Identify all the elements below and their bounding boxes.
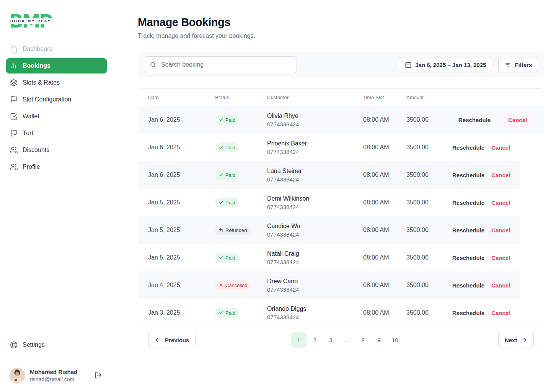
logout-icon <box>95 371 102 380</box>
booking-date: Jan 5, 2025 <box>148 227 215 234</box>
previous-page-button[interactable]: Previous <box>148 333 196 347</box>
sidebar-nav: Dashboard Bookings Slots & Rates Slot Co… <box>0 36 113 175</box>
users-icon <box>10 163 18 171</box>
time-slot: 08:00 AM <box>363 144 406 151</box>
layers-icon <box>10 79 18 87</box>
table-header: Date Status Customer Time Slot Amount <box>138 89 544 106</box>
sidebar-item-dashboard[interactable]: Dashboard <box>6 41 107 57</box>
customer-phone: 0774338424 <box>267 149 363 155</box>
status-badge: Paid <box>215 142 239 152</box>
customer-name: Demi Wilkinson <box>267 195 363 202</box>
page-button-8[interactable]: 8 <box>355 332 371 348</box>
table-body: Jan 6, 2025 Paid Olivia Rhye 0774338424 … <box>138 106 544 327</box>
cancel-button[interactable]: Cancel <box>491 227 510 234</box>
page-button-1[interactable]: 1 <box>291 332 306 348</box>
customer-name: Olivia Rhye <box>267 113 363 119</box>
customer-name: Phoenix Baker <box>267 140 363 147</box>
status-badge: Paid <box>215 170 239 180</box>
time-slot: 08:00 AM <box>363 172 406 178</box>
filters-button[interactable]: Filters <box>498 57 538 72</box>
sidebar: BMP BOOK MY PLAY Dashboard Bookings Slot… <box>0 0 113 392</box>
page-button-10[interactable]: 10 <box>388 332 403 348</box>
check-icon <box>219 118 223 122</box>
bookings-table: Date Status Customer Time Slot Amount Ja… <box>138 88 544 353</box>
sidebar-item-wallet[interactable]: Wallet <box>6 109 107 124</box>
amount: 3500.00 <box>406 282 452 289</box>
arrow-right-icon <box>520 336 527 343</box>
check-icon <box>219 200 223 205</box>
status-badge: Paid <box>215 115 239 125</box>
sidebar-item-settings[interactable]: Settings <box>6 337 107 353</box>
reschedule-button[interactable]: Reschedule <box>452 172 484 178</box>
sidebar-item-label: Profile <box>23 163 40 170</box>
column-header-date: Date <box>148 95 215 100</box>
reschedule-button[interactable]: Reschedule <box>458 117 491 123</box>
column-header-time-slot: Time Slot <box>363 95 406 100</box>
table-row: Jan 5, 2025 Paid Demi Wilkinson 07743384… <box>138 189 544 216</box>
status-badge: Paid <box>215 198 239 207</box>
logout-button[interactable] <box>93 370 104 382</box>
cancel-button[interactable]: Cancel <box>491 255 510 261</box>
table-row: Jan 4, 2025 Cancelled Drew Cano 07743384… <box>138 271 544 299</box>
page-subtitle: Track, manage and forecast your bookings… <box>138 33 544 39</box>
sidebar-item-turf[interactable]: Turf <box>6 126 107 141</box>
search-icon <box>150 61 156 68</box>
status-label: Paid <box>225 172 235 178</box>
cancel-button[interactable]: Cancel <box>491 282 510 289</box>
booking-date: Jan 5, 2025 <box>148 254 215 261</box>
sidebar-item-label: Discounts <box>23 147 49 154</box>
sidebar-item-label: Bookings <box>23 62 51 69</box>
page-numbers: 123...8910 <box>196 332 498 348</box>
page-button-2[interactable]: 2 <box>307 332 323 348</box>
reschedule-button[interactable]: Reschedule <box>452 310 484 316</box>
sidebar-item-bookings[interactable]: Bookings <box>6 58 107 74</box>
sidebar-item-discounts[interactable]: Discounts <box>6 142 107 158</box>
amount: 3500.00 <box>406 199 452 206</box>
user-profile: Mohamed Rishad rishad@gmail.com <box>6 368 107 384</box>
reschedule-button[interactable]: Reschedule <box>452 144 484 151</box>
search-input[interactable] <box>160 61 291 69</box>
customer-phone: 0774338424 <box>267 121 363 127</box>
cancel-button[interactable]: Cancel <box>491 310 510 316</box>
cancel-button[interactable]: Cancel <box>491 199 510 206</box>
customer-phone: 0774338424 <box>267 231 363 238</box>
calendar-icon <box>405 61 412 68</box>
flag-icon <box>10 96 18 103</box>
time-slot: 08:00 AM <box>363 309 406 316</box>
search-box <box>144 56 297 73</box>
next-page-button[interactable]: Next <box>498 333 534 347</box>
sidebar-item-slot-configuration[interactable]: Slot Configuration <box>6 92 107 107</box>
status-badge: Paid <box>215 253 239 263</box>
check-icon <box>219 310 223 315</box>
brand-tagline: BOOK MY PLAY <box>8 18 53 24</box>
amount: 3500.00 <box>406 172 452 178</box>
cancel-button[interactable]: Cancel <box>491 172 510 178</box>
user-email: rishad@gmail.com <box>30 376 77 383</box>
time-slot: 08:00 AM <box>363 282 406 289</box>
date-range-button[interactable]: Jan 6, 2025 – Jan 13, 2025 <box>399 57 492 72</box>
status-label: Paid <box>225 310 235 316</box>
amount: 3500.00 <box>406 116 452 123</box>
cancel-button[interactable]: Cancel <box>501 113 534 127</box>
column-header-customer: Customer <box>267 95 363 100</box>
previous-label: Previous <box>165 337 189 343</box>
sidebar-item-slots-rates[interactable]: Slots & Rates <box>6 75 107 90</box>
reschedule-button[interactable]: Reschedule <box>452 199 484 206</box>
sidebar-item-profile[interactable]: Profile <box>6 159 107 175</box>
page-button-3[interactable]: 3 <box>323 332 339 348</box>
date-range-label: Jan 6, 2025 – Jan 13, 2025 <box>415 62 486 68</box>
time-slot: 08:00 AM <box>363 116 406 123</box>
reschedule-button[interactable]: Reschedule <box>452 227 484 234</box>
table-row: Jan 6, 2025 Paid Phoenix Baker 077433842… <box>138 134 544 161</box>
reschedule-button[interactable]: Reschedule <box>452 255 484 261</box>
amount: 3500.00 <box>406 309 452 316</box>
cancel-button[interactable]: Cancel <box>491 144 510 151</box>
customer-phone: 0774338424 <box>267 314 363 320</box>
column-header-amount: Amount <box>406 95 452 100</box>
reschedule-button[interactable]: Reschedule <box>452 282 484 289</box>
customer-phone: 0774338424 <box>267 176 363 183</box>
time-slot: 08:00 AM <box>363 254 406 261</box>
customer-name: Lana Steiner <box>267 168 363 175</box>
page-button-9[interactable]: 9 <box>372 332 387 348</box>
sidebar-divider <box>6 361 107 361</box>
